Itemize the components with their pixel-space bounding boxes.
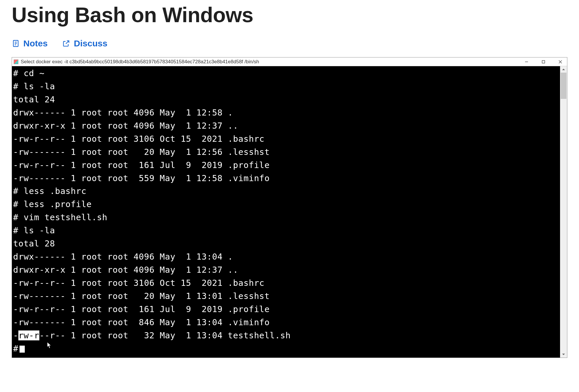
terminal-line: -rw-r--r-- 1 root root 3106 Oct 15 2021 … (13, 132, 559, 146)
terminal-line: -rw-r--r-- 1 root root 3106 Oct 15 2021 … (13, 276, 559, 290)
terminal-line: # less .bashrc (13, 185, 559, 198)
terminal-line: drwx------ 1 root root 4096 May 1 12:58 … (13, 106, 559, 119)
terminal-line: total 28 (13, 237, 559, 250)
terminal-line: -rw------- 1 root root 20 May 1 13:01 .l… (13, 290, 559, 303)
terminal-line: # less .profile (13, 198, 559, 211)
terminal-line: # vim testshell.sh (13, 211, 559, 224)
terminal-line: -rw------- 1 root root 20 May 1 12:56 .l… (13, 146, 559, 159)
terminal-line: -rw-r--r-- 1 root root 161 Jul 9 2019 .p… (13, 303, 559, 316)
terminal-line: drwxr-xr-x 1 root root 4096 May 1 12:37 … (13, 119, 559, 132)
page-actions: Notes Discuss (12, 38, 567, 48)
cursor (20, 346, 25, 353)
terminal-window: Select docker exec -it c3bd5b4ab9bcc5019… (12, 57, 567, 358)
external-link-icon (62, 39, 70, 48)
discuss-label: Discuss (74, 38, 107, 48)
terminal-line: -rw------- 1 root root 846 May 1 13:04 .… (13, 316, 559, 329)
discuss-link[interactable]: Discuss (62, 38, 107, 48)
scroll-thumb[interactable] (561, 73, 566, 99)
terminal-line: # ls -la (13, 224, 559, 237)
minimize-button[interactable] (522, 58, 531, 65)
window-controls (522, 58, 565, 65)
scroll-up-arrow-icon[interactable] (560, 66, 567, 73)
notes-link[interactable]: Notes (12, 38, 48, 48)
svg-rect-5 (542, 60, 545, 63)
maximize-icon (541, 60, 545, 64)
scroll-down-arrow-icon[interactable] (560, 351, 567, 358)
maximize-button[interactable] (538, 58, 548, 65)
terminal-line: -rw------- 1 root root 559 May 1 12:58 .… (13, 172, 559, 185)
minimize-icon (524, 60, 529, 64)
terminal-line: # ls -la (13, 80, 559, 93)
terminal-line-highlighted: -rw-r--r-- 1 root root 32 May 1 13:04 te… (13, 329, 559, 342)
close-icon (558, 60, 562, 64)
notes-icon (12, 39, 20, 48)
notes-label: Notes (23, 38, 48, 48)
terminal-line: # cd ~ (13, 67, 559, 80)
terminal-prompt-line: # (13, 342, 559, 355)
terminal-output[interactable]: # cd ~# ls -latotal 24drwx------ 1 root … (12, 66, 560, 358)
window-title: Select docker exec -it c3bd5b4ab9bcc5019… (21, 59, 522, 65)
terminal-line: drwxr-xr-x 1 root root 4096 May 1 12:37 … (13, 263, 559, 276)
text-selection: rw-r (18, 330, 39, 340)
terminal-app-icon (14, 60, 18, 64)
page-title: Using Bash on Windows (12, 3, 567, 27)
scrollbar[interactable] (560, 66, 567, 358)
terminal-line: -rw-r--r-- 1 root root 161 Jul 9 2019 .p… (13, 159, 559, 172)
terminal-line: total 24 (13, 93, 559, 106)
window-titlebar[interactable]: Select docker exec -it c3bd5b4ab9bcc5019… (12, 57, 567, 66)
close-button[interactable] (555, 58, 565, 65)
terminal-line: drwx------ 1 root root 4096 May 1 13:04 … (13, 250, 559, 263)
